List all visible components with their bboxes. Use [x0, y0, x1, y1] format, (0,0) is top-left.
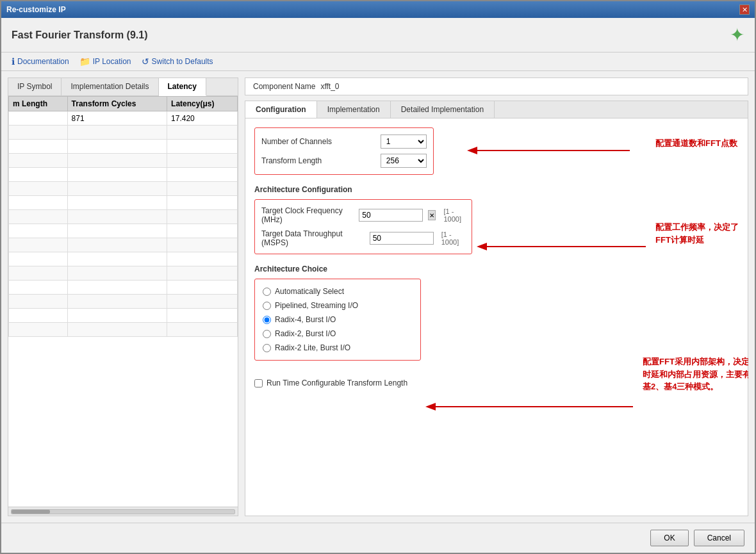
arch-choice-section: Automatically Select Pipelined, Streamin…	[254, 279, 421, 361]
annotation-arch-choice: 配置FFT采用内部架构，决定了FFT计算 时延和内部占用资源，主要有pipeli…	[643, 355, 748, 393]
scroll-track	[11, 509, 235, 514]
table-cell	[167, 154, 238, 168]
clock-freq-clear[interactable]: ✕	[428, 210, 436, 220]
table-cell	[67, 210, 167, 224]
arch-radix2lite-label: Radix-2 Lite, Burst I/O	[275, 343, 350, 352]
documentation-label: Documentation	[17, 57, 69, 66]
ip-location-button[interactable]: 📁 IP Location	[79, 56, 131, 67]
tab-implementation-details[interactable]: Implementation Details	[62, 78, 158, 95]
table-cell	[67, 140, 167, 154]
tab-implementation[interactable]: Implementation	[317, 101, 391, 118]
component-name-value: xfft_0	[320, 82, 339, 91]
table-row	[9, 196, 238, 210]
table-row	[9, 281, 238, 295]
table-cell	[67, 309, 167, 323]
arch-config-title: Architecture Configuration	[254, 185, 739, 194]
table-row	[9, 182, 238, 196]
annotation2-line2: FFT计算时延	[655, 234, 739, 247]
arch-auto-radio[interactable]	[263, 288, 271, 296]
table-cell	[167, 323, 238, 337]
switch-to-defaults-label: Switch to Defaults	[152, 57, 213, 66]
table-cell	[67, 196, 167, 210]
arch-radix2-label: Radix-2, Burst I/O	[275, 329, 336, 338]
info-icon: ℹ	[12, 56, 15, 67]
arch-pipelined-row: Pipelined, Streaming I/O	[263, 301, 413, 310]
table-cell	[167, 140, 238, 154]
ip-location-label: IP Location	[93, 57, 131, 66]
bottom-bar: OK Cancel	[1, 523, 755, 553]
folder-icon: 📁	[79, 56, 90, 67]
table-cell	[9, 210, 68, 224]
channels-label: Number of Channels	[261, 137, 375, 146]
latency-table: m Length Transform Cycles Latency(μs) 87…	[8, 96, 238, 337]
table-cell	[9, 252, 68, 266]
table-cell	[167, 196, 238, 210]
tab-ip-symbol[interactable]: IP Symbol	[8, 78, 62, 95]
table-cell	[9, 196, 68, 210]
table-cell	[67, 154, 167, 168]
table-row	[9, 252, 238, 266]
table-cell	[9, 281, 68, 295]
arch-radix2lite-radio[interactable]	[263, 344, 271, 352]
annotation3-line2: 时延和内部占用资源，主要有pipeline、	[643, 368, 748, 381]
tab-latency[interactable]: Latency	[159, 78, 206, 96]
clock-freq-row: Target Clock Frequency (MHz) ✕ [1 - 1000…	[261, 206, 465, 224]
table-cell	[167, 210, 238, 224]
arch-pipelined-radio[interactable]	[263, 302, 271, 310]
table-cell	[67, 168, 167, 182]
table-row	[9, 154, 238, 168]
table-cell	[9, 168, 68, 182]
component-name-label: Component Name	[253, 82, 315, 91]
title-bar-left: Re-customize IP	[6, 5, 66, 14]
runtime-checkbox[interactable]	[254, 379, 263, 387]
toolbar: ℹ Documentation 📁 IP Location ↺ Switch t…	[1, 53, 755, 71]
transform-length-select[interactable]: 641282565121024	[381, 154, 427, 168]
table-cell	[167, 266, 238, 281]
switch-to-defaults-button[interactable]: ↺ Switch to Defaults	[142, 56, 213, 67]
ok-button[interactable]: OK	[650, 530, 688, 546]
channels-section: Number of Channels 1248 Transform Length…	[254, 127, 434, 175]
annotation3-line3: 基2、基4三种模式。	[643, 380, 748, 393]
right-panel: Component Name xfft_0 Configuration Impl…	[245, 77, 748, 516]
table-cell	[9, 295, 68, 309]
arch-radix4-row: Radix-4, Burst I/O	[263, 315, 413, 324]
table-cell	[9, 266, 68, 281]
arch-choice-title: Architecture Choice	[254, 265, 739, 273]
col-header-latency: Latency(μs)	[167, 97, 238, 111]
table-cell	[67, 224, 167, 238]
clock-freq-label: Target Clock Frequency (MHz)	[261, 206, 354, 224]
horizontal-scrollbar[interactable]	[8, 507, 238, 516]
tab-configuration[interactable]: Configuration	[245, 101, 317, 118]
table-cell	[167, 238, 238, 252]
table-cell	[9, 224, 68, 238]
table-cell	[67, 281, 167, 295]
annotation-channels: 配置通道数和FFT点数	[655, 138, 737, 149]
runtime-label: Run Time Configurable Transform Length	[267, 379, 407, 387]
table-cell	[167, 309, 238, 323]
annotation-arch-config: 配置工作频率，决定了 FFT计算时延	[655, 221, 739, 246]
arch-auto-label: Automatically Select	[275, 287, 344, 296]
close-button[interactable]: ✕	[739, 4, 750, 15]
table-cell	[9, 126, 68, 140]
table-cell	[167, 126, 238, 140]
table-cell	[9, 154, 68, 168]
cancel-button[interactable]: Cancel	[694, 530, 744, 546]
table-row	[9, 224, 238, 238]
tab-detailed-implementation[interactable]: Detailed Implementation	[391, 101, 495, 118]
clock-freq-input[interactable]	[359, 209, 423, 222]
transform-length-row: Transform Length 641282565121024	[261, 154, 427, 168]
arch-radix2-radio[interactable]	[263, 330, 271, 338]
table-cell: 871	[67, 111, 167, 126]
table-cell	[167, 252, 238, 266]
table-row	[9, 126, 238, 140]
channels-select[interactable]: 1248	[381, 134, 427, 149]
documentation-button[interactable]: ℹ Documentation	[12, 56, 69, 67]
arch-radix4-radio[interactable]	[263, 316, 271, 324]
col-header-mlength: m Length	[9, 97, 68, 111]
table-cell	[67, 238, 167, 252]
window-title: Re-customize IP	[6, 5, 66, 14]
col-header-transform-cycles: Transform Cycles	[67, 97, 167, 111]
latency-table-container: m Length Transform Cycles Latency(μs) 87…	[8, 96, 238, 507]
throughput-input[interactable]	[370, 232, 434, 245]
refresh-icon: ↺	[142, 56, 149, 67]
